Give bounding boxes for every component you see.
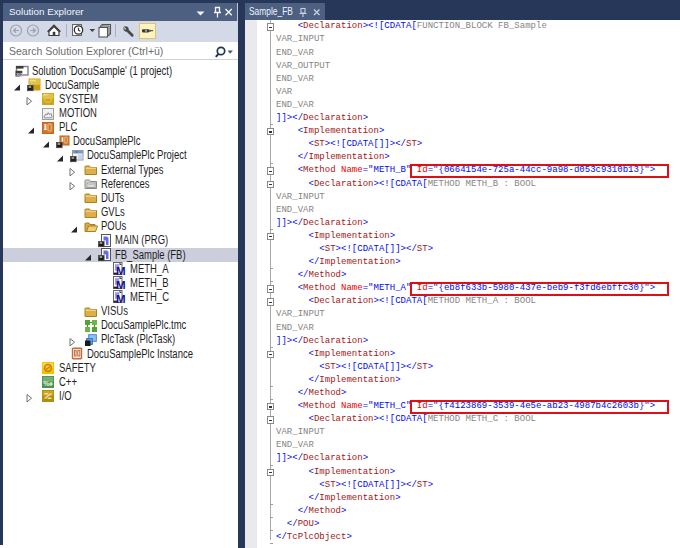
svg-text:xg: xg [16, 71, 22, 77]
svg-text:M: M [116, 280, 126, 291]
svg-text:M: M [116, 265, 126, 276]
svg-text:%: % [43, 380, 50, 387]
svg-text:M: M [116, 294, 126, 305]
